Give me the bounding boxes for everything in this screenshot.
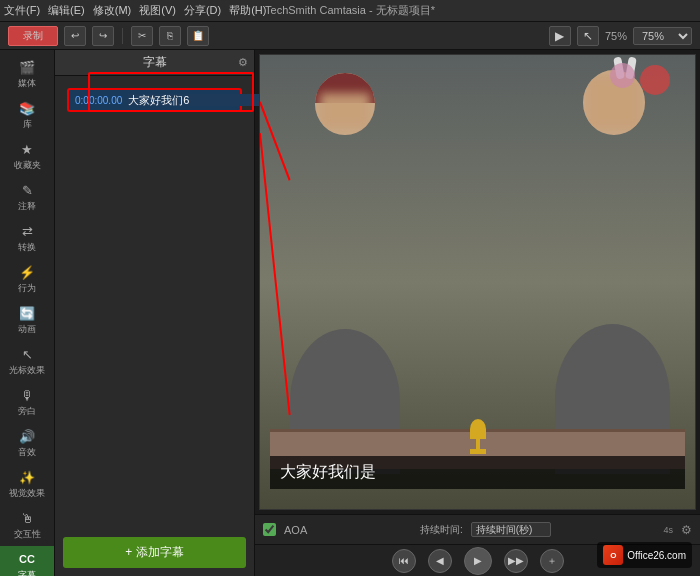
app-title: TechSmith Camtasia - 无标题项目* bbox=[265, 3, 435, 18]
title-bar: 文件(F) 编辑(E) 修改(M) 视图(V) 分享(D) 帮助(H) Tech… bbox=[0, 0, 700, 22]
interactivity-icon: 🖱 bbox=[17, 510, 37, 526]
toolbar: 录制 ↩ ↪ ✂ ⎘ 📋 ▶ ↖ 75% 75% 100% 50% bbox=[0, 22, 700, 50]
preview-area: 大家好我们是 AOA 持续时间: 4s ⚙ ⏮ ◀ bbox=[255, 50, 700, 576]
sidebar-item-behaviors[interactable]: ⚡ 行为 bbox=[0, 259, 54, 300]
caption-time: 0:00:00.00 bbox=[75, 95, 122, 106]
captions-panel: 字幕 ⚙ 0:00:00.00 + 添加字幕 bbox=[55, 50, 255, 576]
rewind-button[interactable]: ⏮ bbox=[392, 549, 416, 573]
add-marker-button[interactable]: ＋ bbox=[540, 549, 564, 573]
watermark: O Office26.com bbox=[597, 542, 692, 568]
cut-button[interactable]: ✂ bbox=[131, 26, 153, 46]
forward-button[interactable]: ▶▶ bbox=[504, 549, 528, 573]
menu-share[interactable]: 分享(D) bbox=[184, 3, 221, 18]
subtitle-text: 大家好我们是 bbox=[280, 463, 376, 480]
menu-edit[interactable]: 编辑(E) bbox=[48, 3, 85, 18]
sidebar-item-favorites[interactable]: ★ 收藏夹 bbox=[0, 136, 54, 177]
visual-effects-icon: ✨ bbox=[17, 469, 37, 485]
sidebar-item-captions[interactable]: CC 字幕 bbox=[0, 546, 54, 576]
sidebar-label-visual-effects: 视觉效果 bbox=[9, 487, 45, 500]
sidebar-label-transitions: 转换 bbox=[18, 241, 36, 254]
undo-button[interactable]: ↩ bbox=[64, 26, 86, 46]
sidebar-label-annotations: 注释 bbox=[18, 200, 36, 213]
sidebar-label-library: 库 bbox=[23, 118, 32, 131]
subtitle-overlay: 大家好我们是 bbox=[270, 456, 685, 489]
menu-view[interactable]: 视图(V) bbox=[139, 3, 176, 18]
properties-bar: AOA 持续时间: 4s ⚙ bbox=[255, 514, 700, 544]
play-button[interactable]: ▶ bbox=[464, 547, 492, 575]
sidebar-item-media[interactable]: 🎬 媒体 bbox=[0, 54, 54, 95]
aoa-checkbox[interactable] bbox=[263, 523, 276, 536]
sidebar-item-interactivity[interactable]: 🖱 交互性 bbox=[0, 505, 54, 546]
sidebar-label-favorites: 收藏夹 bbox=[14, 159, 41, 172]
sidebar-label-voice: 旁白 bbox=[18, 405, 36, 418]
duration-label: 持续时间: bbox=[420, 523, 463, 537]
add-caption-button[interactable]: + 添加字幕 bbox=[63, 537, 246, 568]
sidebar-item-library[interactable]: 📚 库 bbox=[0, 95, 54, 136]
annotations-icon: ✎ bbox=[17, 182, 37, 198]
animations-icon: 🔄 bbox=[17, 305, 37, 321]
sidebar-item-cursor-effects[interactable]: ↖ 光标效果 bbox=[0, 341, 54, 382]
sidebar-label-captions: 字幕 bbox=[18, 569, 36, 576]
sidebar-item-voice[interactable]: 🎙 旁白 bbox=[0, 382, 54, 423]
audio-icon: 🔊 bbox=[17, 428, 37, 444]
caption-entry[interactable]: 0:00:00.00 bbox=[67, 88, 242, 112]
record-button[interactable]: 录制 bbox=[8, 26, 58, 46]
sidebar-label-cursor-effects: 光标效果 bbox=[9, 364, 45, 377]
back-button[interactable]: ◀ bbox=[428, 549, 452, 573]
sidebar-label-interactivity: 交互性 bbox=[14, 528, 41, 541]
menu-help[interactable]: 帮助(H) bbox=[229, 3, 266, 18]
duration-input[interactable] bbox=[471, 522, 551, 537]
properties-gear-button[interactable]: ⚙ bbox=[681, 523, 692, 537]
copy-button[interactable]: ⎘ bbox=[159, 26, 181, 46]
main-layout: 🎬 媒体 📚 库 ★ 收藏夹 ✎ 注释 ⇄ 转换 ⚡ 行为 🔄 动画 ↖ bbox=[0, 50, 700, 576]
sidebar-label-behaviors: 行为 bbox=[18, 282, 36, 295]
captions-icon: CC bbox=[17, 551, 37, 567]
sidebar-label-animations: 动画 bbox=[18, 323, 36, 336]
sidebar-label-audio: 音效 bbox=[18, 446, 36, 459]
zoom-select[interactable]: 75% 100% 50% bbox=[633, 27, 692, 45]
left-sidebar: 🎬 媒体 📚 库 ★ 收藏夹 ✎ 注释 ⇄ 转换 ⚡ 行为 🔄 动画 ↖ bbox=[0, 50, 55, 576]
zoom-label: 75% bbox=[605, 30, 627, 42]
video-preview: 大家好我们是 bbox=[259, 54, 696, 510]
panel-gear-button[interactable]: ⚙ bbox=[238, 56, 248, 69]
video-background: 大家好我们是 bbox=[260, 55, 695, 509]
panel-header: 字幕 ⚙ bbox=[55, 50, 254, 76]
menu-file[interactable]: 文件(F) bbox=[4, 3, 40, 18]
menu-modify[interactable]: 修改(M) bbox=[93, 3, 132, 18]
transitions-icon: ⇄ bbox=[17, 223, 37, 239]
menu-bar[interactable]: 文件(F) 编辑(E) 修改(M) 视图(V) 分享(D) 帮助(H) bbox=[4, 3, 266, 18]
sidebar-item-audio[interactable]: 🔊 音效 bbox=[0, 423, 54, 464]
sidebar-item-animations[interactable]: 🔄 动画 bbox=[0, 300, 54, 341]
cursor-effects-icon: ↖ bbox=[17, 346, 37, 362]
sidebar-item-annotations[interactable]: ✎ 注释 bbox=[0, 177, 54, 218]
aoa-label: AOA bbox=[284, 524, 307, 536]
cursor-tool[interactable]: ↖ bbox=[577, 26, 599, 46]
sidebar-item-visual-effects[interactable]: ✨ 视觉效果 bbox=[0, 464, 54, 505]
behaviors-icon: ⚡ bbox=[17, 264, 37, 280]
voice-icon: 🎙 bbox=[17, 387, 37, 403]
sidebar-item-transitions[interactable]: ⇄ 转换 bbox=[0, 218, 54, 259]
library-icon: 📚 bbox=[17, 100, 37, 116]
watermark-text: Office26.com bbox=[627, 550, 686, 561]
media-icon: 🎬 bbox=[17, 59, 37, 75]
caption-text-input[interactable] bbox=[128, 94, 266, 106]
office-icon: O bbox=[603, 545, 623, 565]
favorites-icon: ★ bbox=[17, 141, 37, 157]
panel-title: 字幕 bbox=[143, 54, 167, 71]
paste-button[interactable]: 📋 bbox=[187, 26, 209, 46]
redo-button[interactable]: ↪ bbox=[92, 26, 114, 46]
arrow-tool[interactable]: ▶ bbox=[549, 26, 571, 46]
sidebar-label-media: 媒体 bbox=[18, 77, 36, 90]
